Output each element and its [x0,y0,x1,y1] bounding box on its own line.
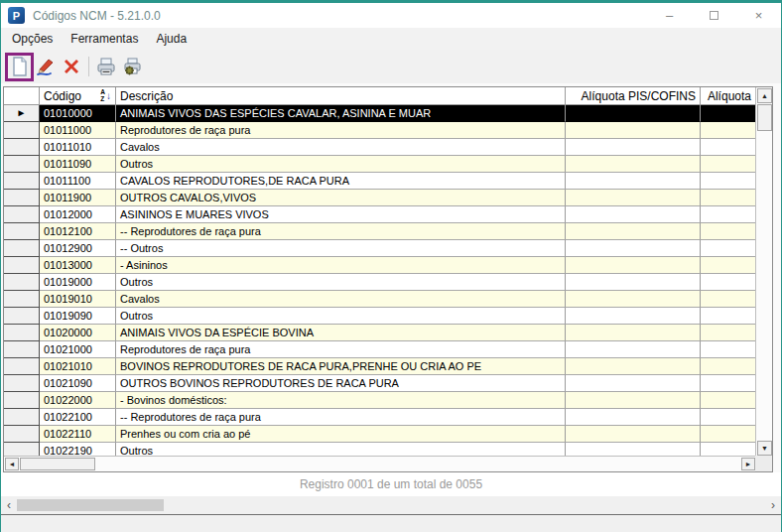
table-row[interactable]: 01022110 Prenhes ou com cria ao pé [4,426,756,443]
cell-aliquota-pis-cofins [566,139,701,156]
close-button[interactable]: × [736,3,781,28]
new-document-icon [10,57,30,76]
header-descricao[interactable]: Descrição [116,87,566,105]
cell-aliquota [701,190,756,206]
table-row[interactable]: 01012900 -- Outros [4,240,756,257]
header-aliquota[interactable]: Alíquota [701,87,756,105]
table-row[interactable]: 01011000 Reprodutores de raça pura [4,122,756,139]
cell-codigo: 01019000 [40,274,116,291]
cell-aliquota [701,325,756,341]
cell-codigo: 01021090 [40,375,116,392]
cell-aliquota-pis-cofins [566,426,701,443]
row-selector-cell [4,308,40,325]
cell-aliquota-pis-cofins [566,392,701,409]
row-selector-cell [4,426,40,443]
cell-aliquota [701,223,756,240]
cell-aliquota [701,443,756,457]
row-selector-cell: ► [4,105,40,122]
cell-codigo: 01022100 [40,409,116,426]
maximize-button[interactable] [692,3,736,28]
table-row[interactable]: 01012000 ASININOS E MUARES VIVOS [4,206,756,223]
cell-descricao: Prenhes ou com cria ao pé [116,426,566,443]
title-bar: P Códigos NCM - 5.21.0.0 – × [1,3,781,28]
table-row[interactable]: 01020000 ANIMAIS VIVOS DA ESPÉCIE BOVINA [4,325,756,341]
row-selector-cell [4,409,40,426]
table-row[interactable]: 01011100 CAVALOS REPRODUTORES,DE RACA PU… [4,173,756,190]
table-row[interactable]: 01021090 OUTROS BOVINOS REPRODUTORES DE … [4,375,756,392]
table-row[interactable]: 01011900 OUTROS CAVALOS,VIVOS [4,190,756,206]
cell-codigo: 01011100 [40,173,116,190]
cell-aliquota [701,274,756,291]
cell-descricao: OUTROS CAVALOS,VIVOS [116,190,566,206]
table-row[interactable]: 01011010 Cavalos [4,139,756,156]
minimize-button[interactable]: – [647,3,692,28]
cell-descricao: - Bovinos domésticos: [116,392,566,409]
edit-record-button[interactable] [33,53,59,80]
table-row[interactable]: 01021000 Reprodutores de raça pura [4,341,756,358]
cell-aliquota-pis-cofins [566,325,701,341]
new-record-button[interactable] [7,53,33,80]
menu-ajuda[interactable]: Ajuda [147,29,196,49]
horizontal-scroll-thumb[interactable] [20,458,95,470]
menu-ferramentas[interactable]: Ferramentas [62,29,147,49]
table-row[interactable]: 01022190 Outros [4,443,756,457]
table-row[interactable]: 01019000 Outros [4,274,756,291]
cell-aliquota-pis-cofins [566,190,701,206]
cell-aliquota-pis-cofins [566,240,701,257]
grid-rows-viewport: ► 01010000 ANIMAIS VIVOS DAS ESPÉCIES CA… [4,105,756,457]
vertical-scroll-thumb[interactable] [757,104,772,131]
scroll-down-button[interactable]: ▼ [757,441,772,456]
cell-aliquota-pis-cofins [566,223,701,240]
edit-pencil-icon [36,57,56,76]
row-selector-cell [4,173,40,190]
print-button[interactable] [93,53,119,80]
header-codigo[interactable]: Código AZ ↓ [40,87,116,105]
table-row[interactable]: 01019010 Cavalos [4,291,756,308]
cell-aliquota [701,291,756,308]
cell-aliquota [701,173,756,190]
cell-descricao: Outros [116,156,566,173]
row-selector-cell [4,122,40,139]
menu-opcoes[interactable]: Opções [3,29,62,49]
cell-codigo: 01010000 [40,105,116,122]
form-scroll-right-icon[interactable]: › [765,496,781,514]
cell-codigo: 01012900 [40,240,116,257]
row-selector-cell [4,341,40,358]
header-aliquota-pis-cofins[interactable]: Alíquota PIS/COFINS [566,87,701,105]
delete-record-button[interactable] [59,53,84,80]
form-scroll-thumb[interactable] [17,499,164,511]
table-row[interactable]: 01022000 - Bovinos domésticos: [4,392,756,409]
row-selector-cell [4,139,40,156]
table-row[interactable]: 01012100 -- Reprodutores de raça pura [4,223,756,240]
cell-descricao: Cavalos [116,139,566,156]
toolbar [1,50,781,83]
cell-aliquota [701,240,756,257]
footer-strip [1,514,781,532]
cell-descricao: ASININOS E MUARES VIVOS [116,206,566,223]
cell-aliquota [701,409,756,426]
scroll-up-button[interactable]: ▲ [757,88,772,103]
form-scroll-left-icon[interactable]: ‹ [1,496,17,514]
maximize-icon [710,11,718,20]
table-row[interactable]: 01022100 -- Reprodutores de raça pura [4,409,756,426]
cell-descricao: ANIMAIS VIVOS DA ESPÉCIE BOVINA [116,325,566,341]
table-row[interactable]: ► 01010000 ANIMAIS VIVOS DAS ESPÉCIES CA… [4,105,756,122]
row-selector-cell [4,240,40,257]
cell-aliquota-pis-cofins [566,257,701,274]
window-title: Códigos NCM - 5.21.0.0 [33,9,161,23]
cell-aliquota-pis-cofins [566,375,701,392]
current-row-indicator-icon: ► [17,108,27,118]
cell-aliquota [701,206,756,223]
table-row[interactable]: 01021010 BOVINOS REPRODUTORES DE RACA PU… [4,358,756,375]
print-settings-button[interactable] [119,53,145,80]
toolbar-separator [88,57,89,76]
row-selector-cell [4,443,40,457]
scroll-right-button[interactable]: ► [741,458,755,470]
scroll-left-button[interactable]: ◄ [5,458,19,470]
cell-aliquota-pis-cofins [566,274,701,291]
app-logo-icon: P [8,7,25,24]
table-row[interactable]: 01011090 Outros [4,156,756,173]
table-row[interactable]: 01013000 - Asininos [4,257,756,274]
row-selector-cell [4,274,40,291]
table-row[interactable]: 01019090 Outros [4,308,756,325]
